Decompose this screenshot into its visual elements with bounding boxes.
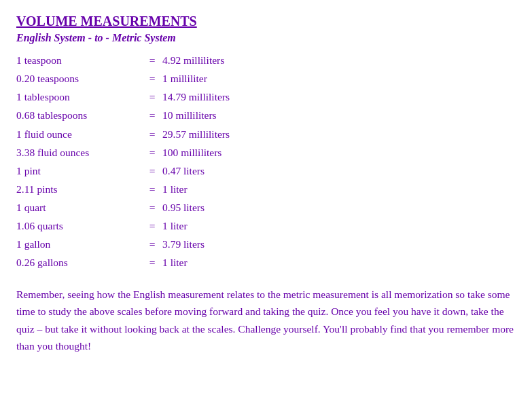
left-unit: 1 pint [16, 162, 142, 180]
left-unit: 1 tablespoon [16, 88, 142, 106]
right-unit: 4.92 milliliters [162, 51, 224, 69]
table-row: 1 tablespoon=14.79 milliliters [16, 88, 516, 106]
left-unit: 1 gallon [16, 235, 142, 253]
conversion-table: 1 teaspoon=4.92 milliliters0.20 teaspoon… [16, 51, 516, 272]
right-unit: 14.79 milliliters [162, 88, 230, 106]
equals-sign: = [142, 125, 162, 143]
right-unit: 3.79 liters [162, 235, 205, 253]
right-unit: 29.57 milliliters [162, 125, 230, 143]
table-row: 1 quart=0.95 liters [16, 198, 516, 217]
left-unit: 0.26 gallons [16, 253, 142, 272]
left-unit: 3.38 fluid ounces [16, 143, 142, 162]
right-unit: 0.47 liters [162, 162, 205, 180]
right-unit: 0.95 liters [162, 198, 205, 217]
table-row: 0.20 teaspoons=1 milliliter [16, 69, 516, 88]
equals-sign: = [142, 180, 162, 198]
left-unit: 1 teaspoon [16, 51, 142, 69]
table-row: 1 fluid ounce=29.57 milliliters [16, 125, 516, 143]
subtitle: English System - to - Metric System [16, 32, 516, 44]
equals-sign: = [142, 162, 162, 180]
table-row: 2.11 pints=1 liter [16, 180, 516, 198]
left-unit: 0.20 teaspoons [16, 69, 142, 88]
equals-sign: = [142, 51, 162, 69]
right-unit: 1 liter [162, 217, 188, 235]
equals-sign: = [142, 88, 162, 106]
equals-sign: = [142, 235, 162, 253]
equals-sign: = [142, 106, 162, 124]
right-unit: 10 milliliters [162, 106, 217, 124]
left-unit: 0.68 tablespoons [16, 106, 142, 124]
equals-sign: = [142, 253, 162, 272]
table-row: 1 gallon=3.79 liters [16, 235, 516, 253]
page-title: VOLUME MEASUREMENTS [16, 14, 516, 29]
left-unit: 2.11 pints [16, 180, 142, 198]
reminder-text: Remember, seeing how the English measure… [16, 286, 516, 355]
left-unit: 1 quart [16, 198, 142, 217]
table-row: 1 pint=0.47 liters [16, 162, 516, 180]
equals-sign: = [142, 69, 162, 88]
right-unit: 1 liter [162, 253, 188, 272]
left-unit: 1 fluid ounce [16, 125, 142, 143]
table-row: 1.06 quarts=1 liter [16, 217, 516, 235]
table-row: 1 teaspoon=4.92 milliliters [16, 51, 516, 69]
right-unit: 100 milliliters [162, 143, 221, 162]
equals-sign: = [142, 143, 162, 162]
left-unit: 1.06 quarts [16, 217, 142, 235]
table-row: 0.26 gallons=1 liter [16, 253, 516, 272]
right-unit: 1 milliliter [162, 69, 207, 88]
table-row: 3.38 fluid ounces=100 milliliters [16, 143, 516, 162]
equals-sign: = [142, 217, 162, 235]
equals-sign: = [142, 198, 162, 217]
right-unit: 1 liter [162, 180, 188, 198]
table-row: 0.68 tablespoons=10 milliliters [16, 106, 516, 124]
page-container: VOLUME MEASUREMENTS English System - to … [16, 14, 516, 355]
